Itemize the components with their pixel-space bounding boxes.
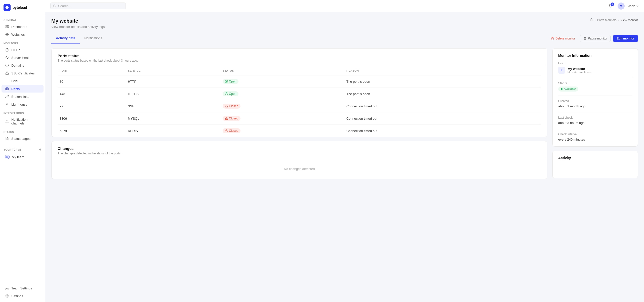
status-badge: Closed <box>223 128 240 133</box>
svg-rect-1 <box>6 25 7 26</box>
pause-icon <box>583 37 587 40</box>
team-item[interactable]: M My team <box>2 153 44 161</box>
created-label: Created <box>558 99 632 103</box>
svg-rect-10 <box>6 73 9 74</box>
cell-status: Open <box>221 75 344 88</box>
col-reason: Reason <box>344 66 541 75</box>
ports-status-body: Port Service Status Reason 80 HTTP Open <box>52 66 547 137</box>
domains-icon <box>5 63 9 67</box>
search-icon <box>53 4 57 8</box>
status-pages-label: Status pages <box>11 137 30 141</box>
server-health-label: Server Health <box>11 56 31 60</box>
sidebar-item-broken-links[interactable]: Broken links <box>2 93 44 100</box>
svg-point-18 <box>6 104 8 105</box>
chevron-down-icon <box>636 5 639 8</box>
tab-activity-data[interactable]: Activity data <box>51 34 80 44</box>
created-row: Created about 1 month ago <box>558 99 632 108</box>
notification-channels-label: Notification channels <box>11 118 40 125</box>
svg-rect-4 <box>6 27 7 28</box>
edit-monitor-button[interactable]: Edit monitor <box>613 35 638 42</box>
table-row: 22 SSH Closed Connection timed out <box>58 100 541 112</box>
sidebar-item-settings[interactable]: Settings <box>2 292 44 300</box>
dns-label: DNS <box>11 79 18 83</box>
general-section: General Dashboard Websites <box>0 15 45 38</box>
sidebar-item-ports[interactable]: Ports <box>2 85 44 93</box>
server-health-icon <box>5 56 9 60</box>
left-column: Ports status The ports status based on t… <box>51 48 547 183</box>
svg-point-25 <box>6 287 7 288</box>
sidebar-item-notification-channels[interactable]: Notification channels <box>2 116 44 127</box>
notification-bell[interactable]: 6 <box>607 3 614 10</box>
cell-reason: Connection timed out <box>344 100 541 112</box>
sidebar-item-dns[interactable]: DNS <box>2 77 44 85</box>
search-box[interactable]: Search... <box>50 3 126 9</box>
col-service: Service <box>126 66 221 75</box>
svg-line-22 <box>8 105 8 106</box>
logo-icon <box>4 4 11 11</box>
ports-status-subtitle: The ports status based on the last check… <box>58 59 541 62</box>
col-port: Port <box>58 66 126 75</box>
cell-port: 3306 <box>58 112 126 125</box>
sidebar-item-ssl[interactable]: SSL Certificates <box>2 69 44 77</box>
team-avatar: M <box>5 155 10 159</box>
breadcrumb-ports-monitors[interactable]: Ports Monitors <box>597 18 617 22</box>
ports-icon <box>5 87 9 91</box>
your-teams-label: Your teams + <box>0 145 45 153</box>
svg-rect-3 <box>7 27 8 28</box>
breadcrumb: › Ports Monitors › View monitor <box>590 18 638 22</box>
sidebar-item-domains[interactable]: Domains <box>2 62 44 69</box>
cell-reason: The port is open <box>344 75 541 88</box>
status-badge: Available <box>558 87 578 92</box>
monitor-info-title: Monitor Information <box>558 54 632 58</box>
last-check-label: Last check <box>558 116 632 119</box>
host-details: My website https://example.com <box>568 67 592 74</box>
sidebar-item-status-pages[interactable]: Status pages <box>2 135 44 142</box>
monitors-label: Monitors <box>0 38 45 46</box>
sidebar-item-server-health[interactable]: Server Health <box>2 54 44 61</box>
sidebar-item-team-settings[interactable]: Team Settings <box>2 284 44 292</box>
dashboard-label: Dashboard <box>11 25 27 29</box>
table-row: 6379 REDIS Closed Connection timed out <box>58 125 541 137</box>
tab-notifications[interactable]: Notifications <box>80 34 107 44</box>
svg-point-26 <box>7 295 8 296</box>
host-name: My website <box>568 67 592 71</box>
broken-links-label: Broken links <box>11 95 29 99</box>
breadcrumb-view-monitor: View monitor <box>621 18 638 22</box>
status-pages-icon <box>5 137 9 141</box>
created-value: about 1 month ago <box>558 104 632 108</box>
user-name[interactable]: John <box>628 4 639 8</box>
add-team-button[interactable]: + <box>39 148 42 152</box>
svg-line-28 <box>56 7 56 7</box>
ports-status-header: Ports status The ports status based on t… <box>52 49 547 66</box>
check-interval-label: Check interval <box>558 133 632 136</box>
trash-icon <box>551 37 554 40</box>
sidebar-bottom: Team Settings Settings <box>0 282 45 302</box>
breadcrumb-home[interactable] <box>590 18 593 22</box>
delete-monitor-button[interactable]: Delete monitor <box>548 35 578 42</box>
sidebar-item-http[interactable]: HTTP <box>2 46 44 54</box>
status-badge: Open <box>223 79 238 84</box>
cell-status: Closed <box>221 100 344 112</box>
ssl-label: SSL Certificates <box>11 71 35 75</box>
team-settings-label: Team Settings <box>11 286 32 290</box>
svg-point-37 <box>561 88 562 90</box>
status-badge: Open <box>223 91 238 96</box>
changes-header: Changes The changes detected in the stat… <box>52 141 547 159</box>
cell-port: 443 <box>58 88 126 100</box>
sidebar-item-lighthouse[interactable]: Lighthouse <box>2 101 44 108</box>
http-label: HTTP <box>11 48 20 52</box>
cell-service: HTTPS <box>126 88 221 100</box>
tabs: Activity data Notifications <box>51 34 107 43</box>
page-subtitle: View monitor details and activity logs. <box>51 25 638 29</box>
changes-title: Changes <box>58 146 541 151</box>
sidebar-item-dashboard[interactable]: Dashboard <box>2 23 44 30</box>
monitor-info-card: Monitor Information Host E My website ht… <box>552 48 638 147</box>
general-label: General <box>0 15 45 23</box>
logo: byteload <box>0 0 45 15</box>
action-buttons: Delete monitor Pause monitor Edit monito… <box>548 35 638 42</box>
sidebar-item-websites[interactable]: Websites <box>2 31 44 38</box>
user-avatar[interactable]: V <box>618 3 625 10</box>
page-header: My website View monitor details and acti… <box>51 18 638 29</box>
cell-status: Open <box>221 88 344 100</box>
pause-monitor-button[interactable]: Pause monitor <box>580 35 611 42</box>
